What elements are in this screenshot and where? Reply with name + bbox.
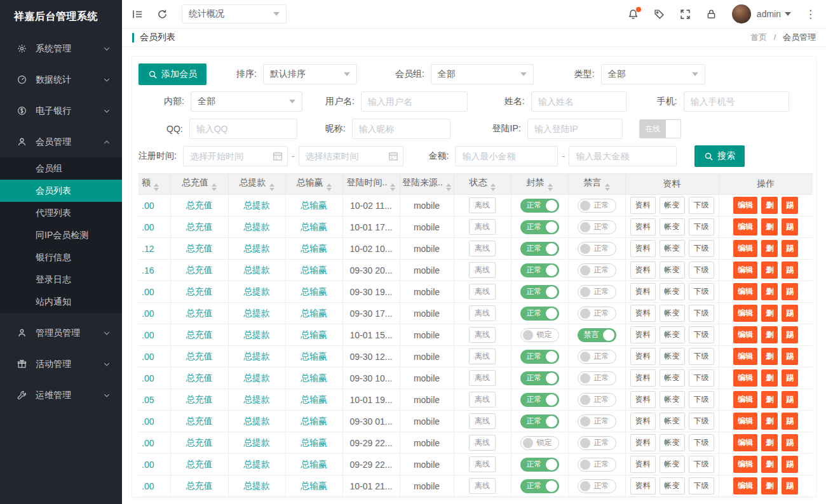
total-recharge-link[interactable]: 总充值 xyxy=(186,243,213,253)
sort-icon[interactable] xyxy=(446,183,451,191)
profile-button[interactable]: 资料 xyxy=(630,348,656,365)
edit-button[interactable]: 编辑 xyxy=(733,434,757,451)
total-recharge-link[interactable]: 总充值 xyxy=(186,200,213,210)
qq-input[interactable] xyxy=(189,119,297,139)
total-recharge-link[interactable]: 总充值 xyxy=(186,286,213,296)
delete-button[interactable]: 删 xyxy=(761,283,778,300)
online-toggle[interactable]: 在线 xyxy=(639,119,681,138)
col-mute[interactable]: 禁言 xyxy=(568,174,625,195)
account-change-button[interactable]: 帐变 xyxy=(660,391,685,408)
ban-toggle[interactable]: 正常 xyxy=(520,350,559,364)
delete-button[interactable]: 删 xyxy=(761,197,778,214)
mute-toggle[interactable]: 正常 xyxy=(578,242,616,256)
edit-button[interactable]: 编辑 xyxy=(733,218,757,235)
total-withdraw-link[interactable]: 总提款 xyxy=(243,308,270,318)
profile-button[interactable]: 资料 xyxy=(630,283,656,300)
refresh-icon[interactable] xyxy=(157,9,168,20)
mute-toggle[interactable]: 正常 xyxy=(578,371,616,385)
mute-toggle[interactable]: 正常 xyxy=(578,285,616,299)
profile-button[interactable]: 资料 xyxy=(630,413,656,430)
max-amount-input[interactable] xyxy=(569,146,677,166)
delete-button[interactable]: 删 xyxy=(761,218,778,235)
mute-toggle[interactable]: 正常 xyxy=(578,393,616,407)
sort-icon[interactable] xyxy=(491,183,496,191)
ban-toggle[interactable]: 正常 xyxy=(520,307,559,321)
ban-toggle[interactable]: 锁定 xyxy=(520,328,559,342)
account-change-button[interactable]: 帐变 xyxy=(660,477,685,494)
col-total-winlose[interactable]: 总输赢 xyxy=(285,174,342,195)
total-winlose-link[interactable]: 总输赢 xyxy=(301,373,327,383)
edit-button[interactable]: 编辑 xyxy=(733,456,757,473)
notifications-bell-icon[interactable] xyxy=(628,9,639,20)
ban-toggle[interactable]: 正常 xyxy=(520,479,559,493)
total-winlose-link[interactable]: 总输赢 xyxy=(301,243,327,253)
edit-button[interactable]: 编辑 xyxy=(733,305,757,322)
kick-button[interactable]: 踢 xyxy=(782,456,798,473)
col-login-source[interactable]: 登陆来源.. xyxy=(400,174,454,195)
total-withdraw-link[interactable]: 总提款 xyxy=(243,437,270,448)
delete-button[interactable]: 删 xyxy=(761,240,778,257)
account-change-button[interactable]: 帐变 xyxy=(660,262,685,279)
account-change-button[interactable]: 帐变 xyxy=(660,348,685,365)
mute-toggle[interactable]: 正常 xyxy=(578,263,616,277)
subordinate-button[interactable]: 下级 xyxy=(689,240,714,257)
total-recharge-link[interactable]: 总充值 xyxy=(186,265,213,275)
sort-icon[interactable] xyxy=(154,183,159,191)
edit-button[interactable]: 编辑 xyxy=(733,262,757,279)
total-withdraw-link[interactable]: 总提款 xyxy=(243,265,270,275)
kick-button[interactable]: 踢 xyxy=(782,218,798,235)
sidebar-item-ebank[interactable]: 电子银行 xyxy=(0,95,122,126)
account-change-button[interactable]: 帐变 xyxy=(660,283,685,300)
subordinate-button[interactable]: 下级 xyxy=(689,283,714,300)
edit-button[interactable]: 编辑 xyxy=(733,369,757,387)
ban-toggle[interactable]: 正常 xyxy=(520,458,559,472)
profile-button[interactable]: 资料 xyxy=(630,240,656,257)
sidebar-item-stats[interactable]: 数据统计 xyxy=(0,64,122,95)
edit-button[interactable]: 编辑 xyxy=(733,391,757,408)
ban-toggle[interactable]: 正常 xyxy=(520,242,559,256)
avatar[interactable] xyxy=(732,4,751,23)
total-recharge-link[interactable]: 总充值 xyxy=(186,459,213,469)
sidebar-item-member-list[interactable]: 会员列表 xyxy=(0,180,122,202)
profile-button[interactable]: 资料 xyxy=(630,305,656,322)
subordinate-button[interactable]: 下级 xyxy=(689,197,714,214)
type-select[interactable]: 全部 xyxy=(601,64,705,84)
total-winlose-link[interactable]: 总输赢 xyxy=(301,416,327,426)
sidebar-item-system[interactable]: 系统管理 xyxy=(0,33,122,64)
ban-toggle[interactable]: 正常 xyxy=(520,199,559,213)
profile-button[interactable]: 资料 xyxy=(630,434,656,451)
total-withdraw-link[interactable]: 总提款 xyxy=(243,222,270,232)
ban-toggle[interactable]: 正常 xyxy=(520,220,559,234)
col-ban[interactable]: 封禁 xyxy=(511,174,568,195)
edit-button[interactable]: 编辑 xyxy=(733,326,757,343)
total-recharge-link[interactable]: 总充值 xyxy=(186,416,213,426)
sidebar-item-ops[interactable]: 运维管理 xyxy=(0,380,122,411)
profile-button[interactable]: 资料 xyxy=(630,477,656,494)
subordinate-button[interactable]: 下级 xyxy=(689,456,714,473)
sidebar-item-members[interactable]: 会员管理 xyxy=(0,126,122,157)
total-withdraw-link[interactable]: 总提款 xyxy=(243,286,270,296)
kick-button[interactable]: 踢 xyxy=(782,283,798,300)
edit-button[interactable]: 编辑 xyxy=(733,413,757,430)
min-amount-input[interactable] xyxy=(455,146,558,166)
total-winlose-link[interactable]: 总输赢 xyxy=(301,437,327,448)
edit-button[interactable]: 编辑 xyxy=(733,348,757,365)
delete-button[interactable]: 删 xyxy=(761,434,778,451)
internal-select[interactable]: 全部 xyxy=(191,91,302,112)
mute-toggle[interactable]: 正常 xyxy=(578,350,616,364)
account-change-button[interactable]: 帐变 xyxy=(660,240,685,257)
total-withdraw-link[interactable]: 总提款 xyxy=(243,481,270,491)
fullscreen-icon[interactable] xyxy=(680,9,691,20)
sort-icon[interactable] xyxy=(327,183,332,191)
delete-button[interactable]: 删 xyxy=(761,456,778,473)
account-change-button[interactable]: 帐变 xyxy=(660,326,685,343)
breadcrumb-home[interactable]: 首页 xyxy=(750,32,767,42)
total-recharge-link[interactable]: 总充值 xyxy=(186,222,213,232)
total-recharge-link[interactable]: 总充值 xyxy=(186,329,213,340)
kick-button[interactable]: 踢 xyxy=(782,434,798,451)
sidebar-item-site-notice[interactable]: 站内通知 xyxy=(0,291,122,313)
total-winlose-link[interactable]: 总输赢 xyxy=(301,351,327,361)
sidebar-item-admins[interactable]: 管理员管理 xyxy=(0,317,122,348)
delete-button[interactable]: 删 xyxy=(761,262,778,279)
ban-toggle[interactable]: 正常 xyxy=(520,414,559,428)
